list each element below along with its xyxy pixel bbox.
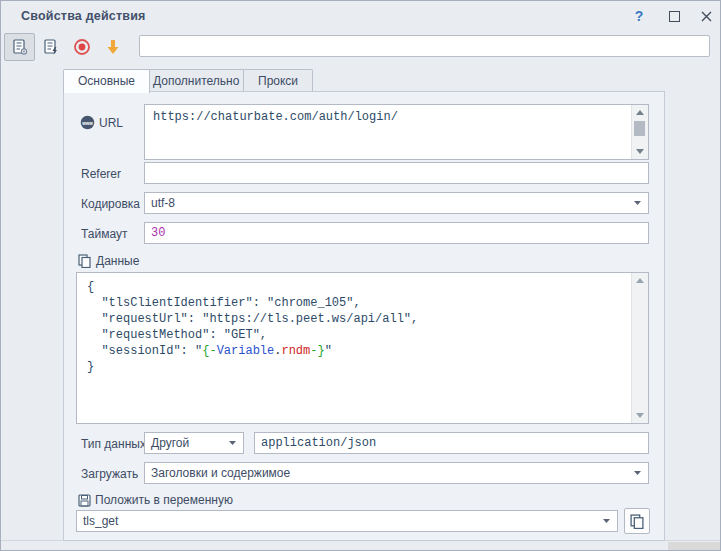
timeout-value: 30 [151, 226, 165, 240]
copy-variable-button[interactable] [624, 508, 650, 534]
save-floppy-icon [78, 494, 91, 507]
timeout-label: Таймаут [81, 227, 127, 241]
encoding-label: Кодировка [81, 197, 140, 211]
url-label-row: www URL [80, 115, 123, 130]
properties-doc-gear-icon [11, 38, 29, 56]
encoding-value: utf-8 [151, 196, 175, 210]
tab-osnovnye[interactable]: Основные [63, 69, 150, 93]
data-type-label: Тип данных [81, 437, 146, 451]
data-scrollbar[interactable] [631, 273, 648, 423]
titlebar: Свойства действия ? [1, 1, 720, 31]
scroll-thumb[interactable] [634, 121, 645, 136]
toolbar-button-properties[interactable] [4, 33, 35, 61]
chevron-down-icon [603, 519, 610, 523]
timeout-input[interactable]: 30 [144, 222, 649, 244]
chevron-down-icon [229, 441, 236, 445]
referer-input[interactable] [144, 162, 649, 184]
url-textarea[interactable]: https://chaturbate.com/auth/login/ [144, 104, 649, 160]
load-label: Загружать [81, 467, 138, 481]
help-button[interactable]: ? [628, 6, 650, 26]
record-icon [73, 38, 91, 56]
data-code-lines: { "tlsClientIdentifier": "chrome_105", "… [87, 279, 628, 375]
download-arrow-icon [104, 38, 122, 56]
chevron-down-icon [634, 201, 641, 205]
url-label: URL [99, 116, 123, 130]
content-type-value: application/json [261, 436, 376, 450]
window-title: Свойства действия [21, 9, 146, 23]
referer-label: Referer [81, 167, 121, 181]
scroll-up-icon[interactable] [632, 105, 647, 120]
variable-select[interactable]: tls_get [76, 510, 618, 532]
chevron-down-icon [634, 471, 641, 475]
close-icon [701, 11, 712, 22]
toolbar-input[interactable] [139, 35, 710, 57]
resize-grip[interactable] [668, 542, 721, 551]
url-scrollbar[interactable] [631, 105, 648, 159]
variable-label-row: Положить в переменную [78, 493, 233, 507]
data-code-editor[interactable]: { "tlsClientIdentifier": "chrome_105", "… [76, 272, 649, 424]
scroll-down-icon[interactable] [632, 408, 647, 423]
copy-pages-icon [78, 254, 91, 268]
copy-pages-icon [630, 514, 644, 529]
tab-proksi[interactable]: Прокси [243, 69, 313, 92]
encoding-select[interactable]: utf-8 [144, 192, 649, 214]
variable-value: tls_get [83, 514, 118, 528]
toolbar-button-script[interactable] [35, 33, 66, 61]
toolbar-button-record[interactable] [66, 33, 97, 61]
scroll-down-icon[interactable] [632, 144, 647, 159]
data-type-select[interactable]: Другой [144, 432, 244, 454]
scroll-up-icon[interactable] [632, 273, 647, 288]
close-button[interactable] [695, 6, 717, 26]
data-label-row: Данные [78, 254, 139, 268]
variable-label: Положить в переменную [95, 493, 233, 507]
content-type-input[interactable]: application/json [254, 432, 649, 454]
toolbar-button-download[interactable] [97, 33, 128, 61]
maximize-button[interactable] [663, 6, 685, 26]
action-properties-window: Свойства действия ? [0, 0, 721, 551]
load-select[interactable]: Заголовки и содержимое [144, 462, 649, 484]
svg-text:www: www [81, 121, 93, 126]
url-value: https://chaturbate.com/auth/login/ [153, 110, 398, 124]
tab-dopolnitelno[interactable]: Дополнительно [138, 69, 254, 92]
load-value: Заголовки и содержимое [151, 466, 290, 480]
globe-www-icon: www [80, 115, 95, 130]
data-type-value: Другой [151, 436, 189, 450]
script-doc-lightning-icon [42, 38, 60, 56]
maximize-icon [669, 11, 680, 22]
data-label: Данные [96, 254, 139, 268]
